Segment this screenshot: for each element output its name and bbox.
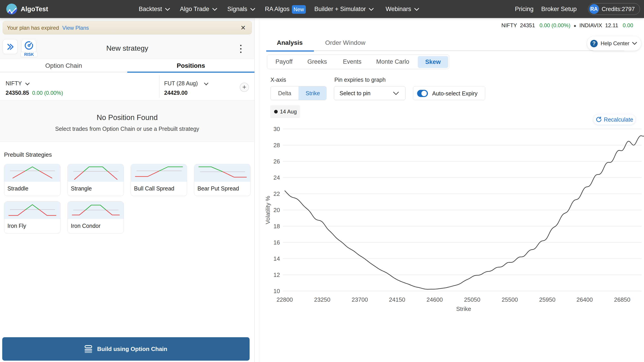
svg-text:Volatility %: Volatility % <box>264 196 271 224</box>
svg-text:22: 22 <box>274 191 280 197</box>
svg-text:25500: 25500 <box>502 296 518 303</box>
svg-text:25050: 25050 <box>464 296 480 303</box>
svg-text:10: 10 <box>274 288 280 294</box>
svg-text:14: 14 <box>274 255 280 262</box>
svg-text:26: 26 <box>274 158 280 165</box>
svg-text:20: 20 <box>274 207 280 213</box>
svg-text:18: 18 <box>274 223 280 230</box>
svg-text:23250: 23250 <box>314 296 330 303</box>
svg-text:22800: 22800 <box>276 296 293 303</box>
svg-text:26850: 26850 <box>614 296 630 303</box>
svg-text:Strike: Strike <box>456 305 471 312</box>
svg-text:30: 30 <box>274 126 280 132</box>
svg-text:16: 16 <box>274 239 280 246</box>
svg-text:12: 12 <box>274 271 280 278</box>
svg-text:26400: 26400 <box>576 296 593 303</box>
svg-text:23700: 23700 <box>352 296 368 303</box>
svg-text:28: 28 <box>274 142 280 149</box>
svg-text:24600: 24600 <box>426 296 443 303</box>
svg-text:24150: 24150 <box>389 296 405 303</box>
svg-text:25950: 25950 <box>539 296 556 303</box>
svg-text:24: 24 <box>274 174 280 181</box>
